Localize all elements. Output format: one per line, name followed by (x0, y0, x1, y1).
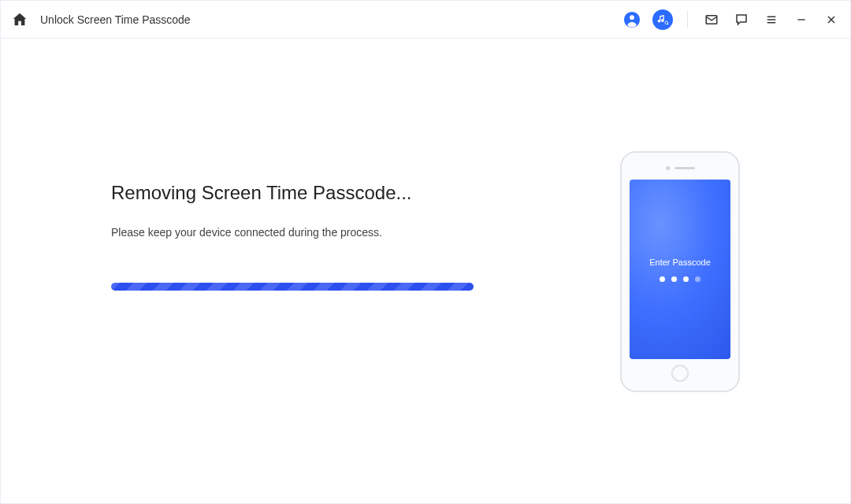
svg-point-1 (630, 15, 634, 20)
header-actions (622, 9, 841, 30)
right-panel: Enter Passcode (620, 151, 740, 392)
menu-icon[interactable] (762, 10, 781, 29)
home-icon[interactable] (10, 10, 29, 29)
main-content: Removing Screen Time Passcode... Please … (1, 39, 850, 504)
status-subtitle: Please keep your device connected during… (111, 226, 589, 239)
minimize-button[interactable] (792, 10, 811, 29)
window-title: Unlock Screen Time Passcode (40, 13, 191, 26)
phone-sensors (666, 161, 695, 175)
status-heading: Removing Screen Time Passcode... (111, 182, 589, 204)
phone-home-button (671, 365, 689, 382)
phone-screen: Enter Passcode (630, 180, 730, 359)
phone-illustration: Enter Passcode (620, 151, 740, 392)
mail-icon[interactable] (702, 10, 721, 29)
music-search-icon[interactable] (652, 9, 673, 30)
passcode-dots (660, 276, 700, 282)
separator (687, 11, 688, 28)
left-panel: Removing Screen Time Passcode... Please … (111, 253, 620, 291)
user-icon[interactable] (622, 10, 641, 29)
chat-icon[interactable] (732, 10, 751, 29)
close-button[interactable] (822, 10, 841, 29)
progress-bar (111, 283, 474, 291)
passcode-label: Enter Passcode (649, 258, 711, 267)
svg-line-3 (667, 24, 668, 24)
title-bar: Unlock Screen Time Passcode (1, 1, 850, 39)
